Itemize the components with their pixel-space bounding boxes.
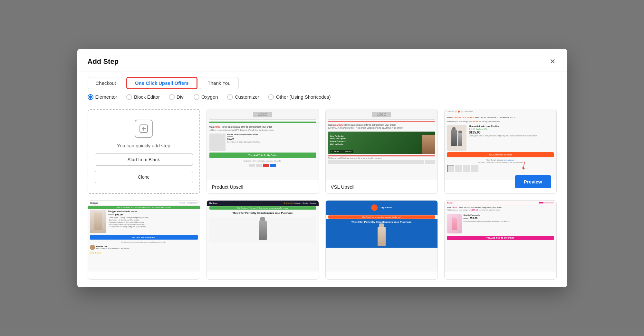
radio-label-customizer: Customizer [235,94,259,100]
preview-product-info: Herbal Fairness Handwash Bottle $10.00 $… [227,133,316,143]
shoppe-header: Shoppe Products | About | Contact [88,201,200,206]
payment-icon-2 [256,164,262,167]
shoppe-product-img [90,210,106,233]
sophie-product-img [447,214,462,233]
bottle-1 [451,130,457,146]
minimalist-new-price: $135.00 [469,131,554,134]
sophie-cta-btn: YES, ADD THIS TO MY ORDER [447,236,554,240]
radio-circle-shortcodes [268,94,274,100]
minimalist-content: Wait {{customer_first_name}}! Here's an … [445,114,556,121]
radio-oxygen[interactable]: Oxygen [194,94,218,100]
radio-customizer[interactable]: Customizer [227,94,259,100]
sophie-product-row: Sophie Facewash $95.00 $99.00 Lorem ipsu… [445,213,556,235]
shoppe-avatar-row: Nichole Dan Add a balanced skincare high… [88,244,200,251]
sophie-label [445,272,556,279]
thumb-2 [455,165,462,172]
vsl-video-text: How To Set UpOne-Click UpsellsIn WooComm… [330,135,347,146]
radio-circle-oxygen [194,94,199,100]
template-card-darkblue[interactable]: L Logoipsum Wait Aman! Here is a one-tim… [325,200,438,280]
vsl-upsell-preview: LOGO Wait amans2k! Here's an exclusive o… [326,109,437,180]
minimalist-product-name: Minimalist skin care Routine [469,125,554,127]
mystore-stars: ★★★★★ [283,202,293,204]
mystore-bottle [259,221,267,240]
template-card-vsl-upsell[interactable]: LOGO Wait amans2k! Here's an exclusive o… [325,109,438,194]
sophie-product-details: Sophie Facewash $95.00 $99.00 Lorem ipsu… [464,214,554,233]
blank-card[interactable]: You can quickly add step Start from Blan… [88,109,200,194]
minimalist-product-details: Minimalist skin care Routine $160.00 You… [469,125,554,151]
shoppe-product-list: • Lorem ipsum — simply dummy text of pri… [108,217,198,228]
vsl-complete-label: COMPLETE TUTORIAL [330,150,353,153]
radio-divi[interactable]: Divi [169,94,185,100]
vsl-progress [328,155,435,156]
minimalist-save-text: You Save 10% [476,128,487,130]
product-upsell-preview: LOGO Wait John! Here's an exclusive offe… [207,109,319,180]
sophie-step-3 [549,202,554,203]
shoppe-new-price: $96.00 [115,213,123,216]
vsl-upsell-label: VSL Upsell [326,180,437,193]
sophie-new-price: $99.00 [470,217,477,220]
tab-checkout[interactable]: Checkout [88,77,124,89]
shoppe-nav: Products | About | Contact [179,202,198,204]
sophie-desc: Lorem ipsum dolor sit amet consectetur a… [464,220,554,222]
darkblue-product-area [326,225,437,248]
vsl-preview-subtext: IMPORTANT: PLEASE WATCH THIS BRIEF VIDEO… [326,127,437,130]
preview-new-price: $9.00 [227,137,316,140]
sophie-brand: Sophie [447,202,454,204]
template-card-sophie[interactable]: Sophie Wait Aman! Here's an exclusive of… [444,200,557,280]
add-step-icon [135,120,153,138]
minimalist-preview: Checkout Confirmation Wait {{customer_fi… [445,109,556,180]
preview-product-box: Herbal Fairness Handwash Bottle $10.00 $… [209,133,316,151]
mystore-stars-row: ★★★★★ Customers - Excellent Reviews [283,202,316,204]
start-from-blank-button[interactable]: Start from Blank [95,153,193,166]
preview-cta-btn: Yes, Add This To My Order [209,153,316,158]
radio-elementor[interactable]: Elementor [88,94,117,100]
preview-decline: No thanks, I don't want to take advantag… [207,159,319,163]
radio-options-row: Elementor Block Editor Divi Oxygen Custo… [77,89,567,104]
sophie-discount: 20% off [472,209,478,211]
minimalist-save-badge: $160.00 You Save 10% [469,128,554,130]
close-button[interactable]: ✕ [548,57,557,66]
radio-label-block-editor: Block Editor [134,94,160,100]
radio-circle-block-editor [126,94,132,100]
shoppe-stars-row: ★★★★★ [88,251,200,255]
preview-button[interactable]: Preview [515,175,551,188]
shoppe-stars: ★★★★★ [90,252,101,254]
bottle-2 [458,133,462,146]
radio-shortcodes[interactable]: Other (Using Shortcodes) [268,94,331,100]
sophie-tube [452,217,457,230]
radio-label-divi: Divi [177,94,185,100]
sophie-step-2 [544,202,549,203]
preview-subtext: Add this to your order and get 20% disco… [207,129,319,132]
clone-button[interactable]: Clone [95,171,193,183]
vsl-qty-row [328,160,435,164]
product-upsell-label: Product Upsell [207,180,319,193]
sophie-header: Sophie [445,201,556,205]
radio-label-oxygen: Oxygen [201,94,218,100]
vsl-preview-logo: LOGO [372,112,391,117]
template-card-mystore[interactable]: My Store ★★★★★ Customers - Excellent Rev… [207,200,319,280]
darkblue-preview: L Logoipsum Wait Aman! Here is a one-tim… [326,201,437,272]
tab-upsell[interactable]: One Click Upsell Offers [127,77,197,89]
shoppe-logo: Shoppe [90,202,98,204]
template-card-product-upsell[interactable]: LOGO Wait John! Here's an exclusive offe… [207,109,319,194]
shoppe-product-bottle [94,212,102,230]
template-card-shoppe[interactable]: Shoppe Products | About | Contact Wait {… [88,200,200,280]
preview-payment-icons [207,163,319,168]
modal-header: Add Step ✕ [77,49,567,72]
radio-label-shortcodes: Other (Using Shortcodes) [276,94,331,100]
blank-card-description: You can quickly add step [117,143,170,148]
template-card-minimalist[interactable]: Checkout Confirmation Wait {{customer_fi… [444,109,557,194]
checkout-step: Checkout [447,111,454,113]
radio-circle-elementor [88,94,93,100]
customer-name: {{customer_first_name}} [451,116,474,118]
shoppe-old-price: $100.00 [108,213,114,215]
thumb-4 [471,165,478,172]
tab-thankyou[interactable]: Thank You [200,77,239,89]
radio-block-editor[interactable]: Block Editor [126,94,160,100]
shoppe-label [88,272,200,279]
minimalist-desc: Lorem ipsum dolor sit amet, consectetur … [469,135,554,137]
minimalist-old-price: $160.00 [469,128,475,130]
minimalist-decline-text: No thanks, I don't want to take advantag… [445,161,556,164]
darkblue-logo-text: Logoipsum [380,206,392,209]
shoppe-preview: Shoppe Products | About | Contact Wait {… [88,201,200,272]
